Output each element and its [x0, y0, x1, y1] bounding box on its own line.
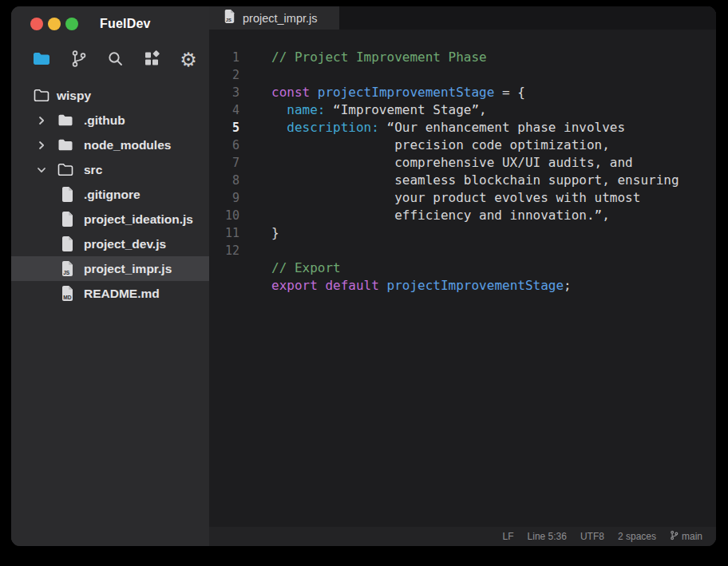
extensions-icon[interactable] [143, 50, 160, 69]
git-branch-icon[interactable] [69, 50, 87, 69]
folder-outline-icon [57, 163, 73, 176]
titlebar: FuelDev [11, 6, 209, 42]
token-plain [379, 278, 387, 293]
token-plain [271, 120, 287, 135]
code-line[interactable]: 4 name: “Improvement Stage”, [209, 101, 716, 119]
token-plain: your product evolves with utmost [271, 190, 640, 205]
tree-item-label: wispy [57, 89, 91, 103]
token-plain [318, 278, 326, 293]
settings-gear-icon: ⚙ [180, 50, 197, 69]
folder-filled-icon [57, 138, 73, 152]
status-2-spaces[interactable]: 2 spaces [618, 531, 656, 542]
code-text: const projectImprovementStage = { [271, 84, 525, 101]
tree-item-readme-md[interactable]: MDREADME.md [11, 281, 209, 306]
code-editor[interactable]: 1// Project Improvement Phase23const pro… [209, 30, 716, 527]
line-number: 3 [209, 84, 239, 101]
token-plain: “Our enhancement phase involves [379, 120, 625, 135]
tree-item-project-ideation-js[interactable]: project_ideation.js [11, 207, 209, 232]
code-line[interactable]: 5 description: “Our enhancement phase in… [209, 119, 716, 137]
code-text: description: “Our enhancement phase invo… [271, 119, 625, 137]
folder-outline-icon [34, 89, 49, 102]
tab-label: project_impr.js [243, 12, 317, 25]
tree-item-src[interactable]: src [11, 157, 209, 182]
file-icon [61, 186, 74, 203]
git-branch-icon [70, 49, 87, 71]
code-text: efficiency and innovation.”, [271, 207, 610, 224]
search-icon[interactable] [106, 50, 124, 69]
zoom-button[interactable] [65, 18, 78, 30]
chevron-right-icon [37, 116, 46, 125]
status-main[interactable]: main [670, 530, 702, 543]
tree-item-label: project_dev.js [84, 237, 166, 251]
search-icon [107, 50, 124, 70]
line-number: 4 [209, 101, 239, 119]
folder-icon[interactable] [33, 50, 50, 69]
code-line[interactable]: export default projectImprovementStage; [209, 277, 716, 295]
folder-icon [33, 51, 50, 69]
code-text: seamless blockchain support, ensuring [271, 172, 679, 189]
code-line[interactable]: 2 [209, 66, 716, 84]
token-ident: projectImprovementStage [387, 278, 564, 293]
token-plain [310, 85, 318, 100]
token-keyword: export [271, 278, 318, 293]
token-plain: ; [564, 278, 572, 293]
status-bar: LFLine 5:36UTF82 spacesmain [209, 527, 716, 546]
code-line[interactable]: 7 comprehensive UX/UI audits, and [209, 154, 716, 172]
status-utf8[interactable]: UTF8 [580, 531, 604, 542]
code-line[interactable]: 11} [209, 224, 716, 242]
activity-toolbar: ⚙ [11, 42, 209, 78]
extensions-icon [144, 50, 160, 70]
tree-item-label: README.md [84, 287, 160, 301]
js-file-icon: JS [224, 9, 235, 27]
code-line[interactable]: // Export [209, 259, 716, 277]
code-line[interactable]: 6 precision code optimization, [209, 137, 716, 154]
token-comment: // Export [271, 260, 341, 275]
tree-item--github[interactable]: .github [11, 108, 209, 133]
close-button[interactable] [30, 18, 43, 30]
line-number [209, 259, 239, 277]
code-line[interactable]: 9 your product evolves with utmost [209, 189, 716, 207]
tree-item-project-impr-js[interactable]: JSproject_impr.js [11, 256, 209, 281]
line-number: 6 [209, 137, 239, 154]
settings-gear-icon[interactable]: ⚙ [180, 50, 197, 69]
tree-item-label: project_ideation.js [84, 212, 193, 227]
token-plain: } [271, 225, 279, 240]
svg-text:JS: JS [63, 270, 70, 275]
tree-item-label: project_impr.js [84, 262, 172, 276]
tree-root-wispy[interactable]: wispy [11, 83, 209, 108]
svg-text:MD: MD [63, 295, 71, 300]
code-text: your product evolves with utmost [271, 189, 640, 207]
code-line[interactable]: 8 seamless blockchain support, ensuring [209, 172, 716, 189]
svg-text:JS: JS [226, 18, 231, 22]
line-number: 10 [209, 207, 239, 224]
tree-item-label: .github [84, 113, 125, 128]
md-file-icon: MD [61, 285, 74, 302]
editor-area: JSproject_impr.js 1// Project Improvemen… [209, 6, 716, 546]
minimize-button[interactable] [48, 18, 61, 30]
code-line[interactable]: 10 efficiency and innovation.”, [209, 207, 716, 224]
line-number: 11 [209, 224, 239, 242]
status-line-5-36[interactable]: Line 5:36 [528, 531, 567, 542]
token-plain: comprehensive UX/UI audits, and [271, 155, 633, 170]
js-file-icon: JS [61, 260, 74, 277]
token-plain: “Improvement Stage”, [325, 102, 486, 117]
chevron-right-icon [37, 141, 46, 150]
tree-item-node-modules[interactable]: node_modules [11, 133, 209, 157]
git-branch-small-icon [670, 530, 679, 543]
code-line[interactable]: 12 [209, 242, 716, 259]
token-plain: precision code optimization, [271, 137, 610, 152]
folder-filled-icon [57, 113, 73, 127]
code-text: // Project Improvement Phase [271, 49, 487, 66]
sidebar: FuelDev ⚙ wispy.githubnode_modulessrc.gi… [11, 6, 209, 546]
app-window: FuelDev ⚙ wispy.githubnode_modulessrc.gi… [11, 6, 716, 546]
code-line[interactable]: 3const projectImprovementStage = { [209, 84, 716, 101]
line-number: 2 [209, 66, 239, 84]
token-comment: // Project Improvement Phase [271, 49, 487, 65]
tree-item--gitignore[interactable]: .gitignore [11, 182, 209, 207]
code-line[interactable]: 1// Project Improvement Phase [209, 49, 716, 66]
line-number: 5 [209, 119, 239, 137]
tab-project-impr-js[interactable]: JSproject_impr.js [209, 6, 339, 30]
status-lf[interactable]: LF [503, 531, 514, 542]
tree-item-project-dev-js[interactable]: project_dev.js [11, 232, 209, 256]
token-plain: seamless blockchain support, ensuring [271, 172, 679, 188]
